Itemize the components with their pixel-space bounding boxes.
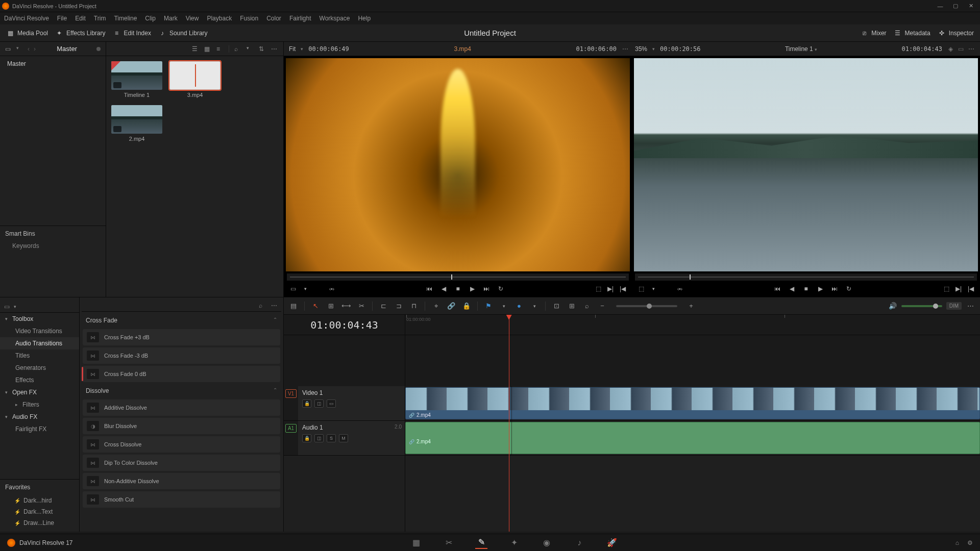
prev-frame-button[interactable]: ◀ [439, 285, 448, 293]
menu-edit[interactable]: Edit [75, 15, 86, 22]
zoom-detail-icon[interactable]: ⊞ [567, 302, 576, 311]
fx-search-icon[interactable]: ⌕ [259, 302, 266, 309]
source-zoom-fit[interactable]: Fit [289, 45, 296, 53]
audio-track-lane[interactable]: 🔗2.mp4 [405, 421, 980, 456]
zoom-out-icon[interactable]: − [598, 302, 607, 311]
zoom-full-icon[interactable]: ⊡ [552, 302, 561, 311]
prev-edit-icon[interactable]: ‹•› [676, 285, 684, 293]
loop-button[interactable]: ↻ [845, 285, 853, 293]
track-auto-icon[interactable]: ◫ [314, 399, 324, 408]
fx-options-icon[interactable]: ⋯ [271, 302, 277, 309]
fx-cat-video-trans[interactable]: Video Transitions [0, 325, 79, 337]
fx-group-header[interactable]: Cross Fade⌃ [82, 314, 281, 327]
fx-item[interactable]: ⋈Non-Additive Dissolve [83, 473, 280, 489]
search-icon[interactable]: ⌕ [234, 45, 241, 53]
menu-color[interactable]: Color [266, 15, 281, 22]
menu-app[interactable]: DaVinci Resolve [4, 15, 49, 22]
nav-back-icon[interactable]: ‹ [28, 45, 30, 53]
menu-fusion[interactable]: Fusion [240, 15, 258, 22]
last-frame-button[interactable]: ⏭ [482, 285, 491, 293]
fx-favorite[interactable]: Dark...Text [0, 506, 79, 517]
maximize-button[interactable]: ▢ [952, 3, 959, 9]
fx-item[interactable]: ◑Blur Dissolve [83, 418, 280, 434]
prev-mark-icon[interactable]: ‹•› [328, 285, 336, 293]
bin-breadcrumb[interactable]: Master [57, 45, 77, 53]
fx-openfx[interactable]: ▾Open FX [0, 386, 79, 398]
overwrite-clip-icon[interactable]: ⊐ [394, 302, 403, 311]
chevron-down-icon[interactable]: ▾ [301, 46, 303, 52]
selection-tool[interactable]: ↖ [311, 302, 320, 311]
in-point-icon[interactable]: ▶| [954, 285, 963, 293]
fx-panel-icon[interactable]: ▭ [4, 303, 10, 310]
dynamic-trim-tool[interactable]: ⟷ [341, 302, 351, 311]
effects-library-toggle[interactable]: ✦Effects Library [55, 29, 105, 37]
track-name[interactable]: Video 1 [302, 389, 401, 396]
fx-item[interactable]: ⋈Smooth Cut [83, 491, 280, 508]
fx-item[interactable]: ⋈Cross Dissolve [83, 436, 280, 453]
page-deliver[interactable]: 🚀 [606, 537, 618, 549]
fx-item[interactable]: ⋈Cross Fade 0 dB [83, 366, 280, 382]
out-point-icon[interactable]: |◀ [619, 285, 627, 293]
viewer-rect-icon[interactable]: ▭ [958, 45, 965, 53]
volume-slider[interactable] [901, 305, 942, 307]
bin-view-icon[interactable]: ▭ [5, 45, 12, 53]
thumb-view-icon[interactable]: ▦ [204, 45, 211, 53]
video-track-lane[interactable]: 🔗2.mp4 [405, 386, 980, 421]
track-solo-button[interactable]: S [327, 434, 336, 442]
zoom-in-icon[interactable]: + [687, 302, 696, 311]
collapse-icon[interactable]: ⌃ [273, 387, 277, 394]
stop-button[interactable]: ■ [802, 285, 810, 293]
media-pool-toggle[interactable]: ▦Media Pool [6, 29, 48, 37]
bin-color-dot[interactable] [96, 47, 101, 51]
track-tag[interactable]: V1 [285, 389, 297, 398]
fx-cat-titles[interactable]: Titles [0, 349, 79, 362]
insert-clip-icon[interactable]: ⊏ [379, 302, 388, 311]
fx-audiofx[interactable]: ▾Audio FX [0, 411, 79, 423]
zoom-custom-icon[interactable]: ⌕ [582, 302, 592, 311]
video-track-header[interactable]: V1 Video 1 🔒 ◫ ▭ [284, 386, 405, 421]
marker-icon[interactable]: ● [514, 302, 524, 311]
track-name[interactable]: Audio 1 [302, 424, 387, 431]
bypass-icon[interactable]: ◈ [947, 45, 954, 53]
out-point-icon[interactable]: |◀ [967, 285, 975, 293]
nav-fwd-icon[interactable]: › [34, 45, 36, 53]
fx-item[interactable]: ⋈Dip To Color Dissolve [83, 455, 280, 471]
source-scrubber[interactable] [287, 273, 629, 281]
fx-item[interactable]: ⋈Cross Fade +3 dB [83, 329, 280, 345]
timeline-viewer-name[interactable]: Timeline 1 ▾ [785, 45, 817, 53]
settings-icon[interactable]: ⚙ [967, 539, 973, 546]
source-viewer-screen[interactable] [286, 58, 630, 271]
pool-clip[interactable]: 3.mp4 [169, 61, 220, 98]
smart-bin-keywords[interactable]: Keywords [5, 242, 101, 249]
fx-fairlightfx[interactable]: Fairlight FX [0, 423, 79, 435]
loop-button[interactable]: ↻ [497, 285, 505, 293]
fx-item[interactable]: ⋈Cross Fade -3 dB [83, 347, 280, 364]
chevron-down-icon[interactable]: ▾ [247, 45, 254, 53]
menu-clip[interactable]: Clip [145, 15, 156, 22]
prev-frame-button[interactable]: ◀ [788, 285, 796, 293]
chevron-down-icon[interactable]: ▾ [16, 45, 23, 53]
zoom-slider[interactable] [616, 305, 677, 307]
match-frame-icon[interactable]: ⬚ [942, 285, 950, 293]
fx-group-header[interactable]: Dissolve⌃ [82, 384, 281, 397]
lock-icon[interactable]: 🔒 [462, 302, 471, 311]
fx-toolbox[interactable]: ▾Toolbox [0, 313, 79, 325]
metadata-toggle[interactable]: ☰Metadata [894, 29, 930, 37]
clip-cut[interactable] [511, 386, 512, 420]
timeline-viewer-screen[interactable] [634, 58, 978, 271]
strip-view-icon[interactable]: ≡ [216, 45, 224, 53]
play-button[interactable]: ▶ [816, 285, 824, 293]
stop-button[interactable]: ■ [454, 285, 462, 293]
inspector-toggle[interactable]: ✜Inspector [938, 29, 974, 37]
timeline-options-icon[interactable]: ⋯ [966, 302, 975, 311]
track-lock-icon[interactable]: 🔒 [302, 434, 311, 442]
close-button[interactable]: ✕ [968, 3, 974, 9]
page-edit[interactable]: ✎ [475, 537, 487, 549]
source-mode-icon[interactable]: ▭ [289, 285, 297, 293]
fx-cat-audio-trans[interactable]: Audio Transitions [0, 337, 79, 349]
timeline-ruler[interactable]: 01:00:00:00 [405, 315, 980, 335]
track-auto-icon[interactable]: ◫ [314, 434, 324, 442]
menu-timeline[interactable]: Timeline [114, 15, 137, 22]
page-fairlight[interactable]: ♪ [573, 537, 585, 549]
play-button[interactable]: ▶ [468, 285, 476, 293]
